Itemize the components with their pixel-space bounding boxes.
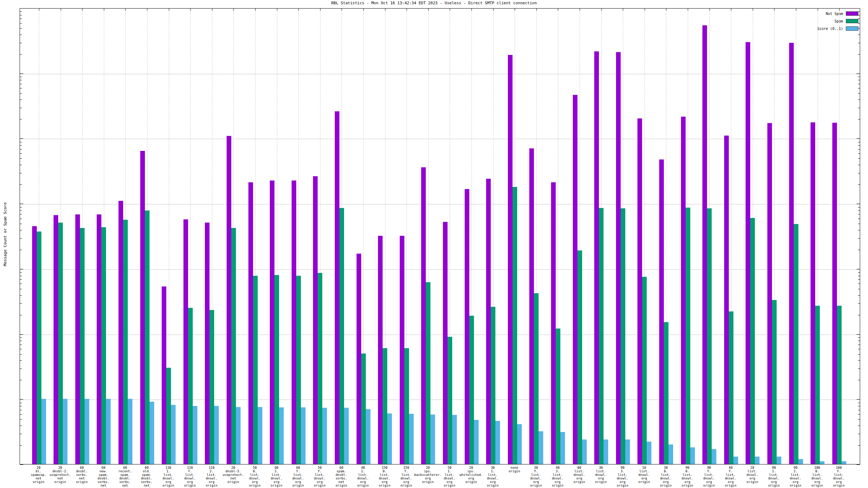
bar-not-spam — [443, 222, 448, 464]
y-major-tick-left — [20, 464, 23, 465]
bar-not-spam — [54, 215, 58, 464]
y-major-tick-right — [857, 334, 860, 335]
bar-not-spam — [508, 55, 513, 464]
bar-not-spam — [702, 25, 707, 464]
bar-spam — [318, 273, 322, 464]
y-minor-tick-left — [20, 419, 22, 420]
y-minor-tick-right — [858, 368, 860, 369]
top-tick — [61, 9, 61, 11]
top-tick — [558, 9, 558, 11]
y-minor-tick-right — [858, 276, 860, 276]
top-tick — [255, 9, 256, 11]
y-major-tick-right — [857, 138, 860, 139]
y-minor-tick-left — [20, 43, 22, 43]
legend-entry: Not Spam — [817, 11, 858, 16]
x-tick-label: 110 1. list. dnswl. org origin — [162, 466, 174, 487]
bar-not-spam — [551, 182, 556, 464]
x-tick-label: 20 ips. whitelisted. org origin — [459, 466, 483, 484]
y-minor-tick-right — [858, 214, 860, 214]
bar-spam — [426, 282, 430, 464]
y-minor-tick-left — [20, 54, 22, 55]
bar-spam — [383, 348, 387, 464]
bar-score-0-1- — [193, 406, 197, 464]
top-tick — [298, 9, 299, 11]
y-minor-tick-right — [858, 295, 860, 296]
bar-score-0-1- — [798, 459, 803, 464]
y-major-tick-left — [20, 8, 23, 9]
legend: Not SpamSpamScore (0..1) — [817, 11, 858, 34]
bar-not-spam — [162, 286, 166, 464]
top-tick — [428, 9, 429, 11]
y-major-tick-left — [20, 399, 23, 400]
bar-not-spam — [637, 118, 642, 464]
x-tick-label: 00 list. dnswl. org origin — [574, 466, 585, 484]
top-tick — [450, 9, 450, 11]
top-tick — [39, 9, 39, 11]
y-minor-tick-left — [20, 224, 22, 224]
y-minor-tick-right — [858, 315, 860, 315]
legend-swatch-spam — [846, 19, 858, 23]
bar-score-0-1- — [430, 415, 435, 464]
bar-spam — [794, 224, 798, 464]
y-minor-tick-right — [858, 108, 860, 108]
bar-not-spam — [767, 123, 772, 464]
y-minor-tick-right — [858, 360, 860, 361]
y-minor-tick-right — [858, 207, 860, 208]
bar-not-spam — [421, 167, 426, 464]
y-minor-tick-left — [20, 35, 22, 35]
y-minor-tick-right — [858, 219, 860, 219]
y-minor-tick-left — [20, 23, 22, 24]
y-major-tick-left — [20, 334, 23, 335]
y-minor-tick-right — [858, 238, 860, 239]
y-minor-tick-left — [20, 153, 22, 154]
x-tick-label: 90 1. list. dnswl. org origin — [768, 466, 780, 487]
y-minor-tick-left — [20, 11, 22, 12]
bar-score-0-1- — [733, 457, 738, 464]
bar-not-spam — [248, 182, 253, 464]
x-tick-label: 20 bl. spamcop. net origin — [31, 466, 46, 484]
y-major-tick-right — [857, 269, 860, 269]
bar-not-spam — [832, 123, 837, 464]
bar-spam — [231, 228, 236, 464]
y-minor-tick-right — [858, 380, 860, 380]
bar-score-0-1- — [258, 407, 262, 464]
bar-spam — [642, 277, 647, 464]
top-tick — [212, 9, 212, 11]
x-tick-label: 30 Y. list. dnswl. org origin — [530, 466, 542, 487]
top-tick — [623, 9, 623, 11]
bar-score-0-1- — [63, 399, 67, 464]
bar-spam — [448, 337, 452, 464]
y-minor-tick-left — [20, 284, 22, 284]
y-minor-tick-right — [858, 23, 860, 24]
bar-spam — [556, 329, 560, 464]
y-minor-tick-left — [20, 295, 22, 296]
legend-swatch-not-spam — [846, 11, 858, 16]
bar-spam — [815, 306, 820, 464]
bar-spam — [664, 322, 668, 464]
y-minor-tick-right — [858, 35, 860, 35]
x-tick-label: 60 dnsbl. sorbs. net origin — [76, 466, 88, 484]
y-minor-tick-left — [20, 108, 22, 108]
x-tick-label: 10 list. dnswl. org origin — [639, 466, 650, 484]
top-tick — [580, 9, 580, 11]
bar-score-0-1- — [755, 457, 760, 464]
x-tick-label: 150 0. list. dnswl. org origin — [379, 466, 390, 487]
y-minor-tick-left — [20, 165, 22, 165]
bar-not-spam — [183, 219, 188, 464]
legend-entry: Spam — [817, 19, 858, 23]
y-minor-tick-right — [858, 406, 860, 406]
bar-score-0-1- — [842, 461, 846, 464]
bar-spam — [750, 218, 755, 464]
y-minor-tick-right — [858, 84, 860, 84]
bar-score-0-1- — [517, 424, 522, 464]
y-minor-tick-right — [858, 284, 860, 284]
bar-spam — [837, 306, 842, 464]
y-minor-tick-left — [20, 414, 22, 415]
bar-spam — [686, 208, 690, 464]
bar-spam — [599, 208, 604, 464]
h-gridline — [20, 74, 860, 74]
y-minor-tick-left — [20, 93, 22, 94]
y-minor-tick-left — [20, 184, 22, 185]
bar-not-spam — [616, 52, 621, 464]
y-major-tick-left — [20, 73, 23, 74]
